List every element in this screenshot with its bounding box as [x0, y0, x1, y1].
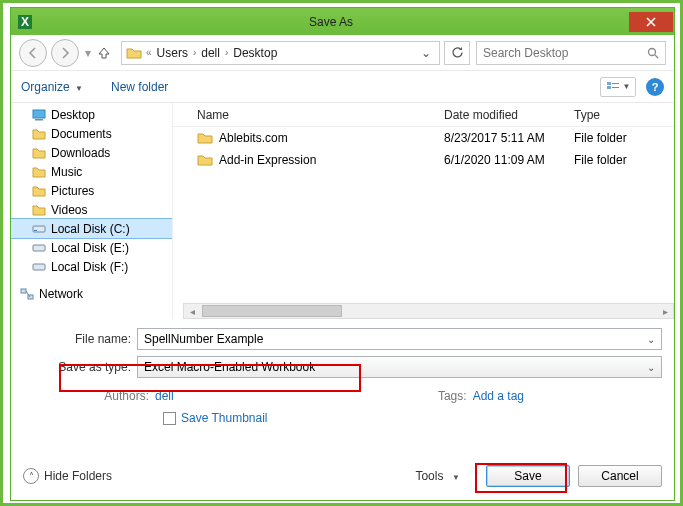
chevron-icon: › [193, 47, 196, 58]
forward-button[interactable] [51, 39, 79, 67]
refresh-button[interactable] [444, 41, 470, 65]
svg-rect-6 [612, 83, 619, 84]
search-icon [647, 47, 659, 59]
tree-item-downloads[interactable]: Downloads [11, 143, 172, 162]
svg-rect-14 [21, 289, 26, 293]
column-date[interactable]: Date modified [444, 108, 574, 122]
svg-rect-10 [33, 226, 45, 232]
cancel-button[interactable]: Cancel [578, 465, 662, 487]
svg-rect-13 [33, 264, 45, 270]
authors-value[interactable]: dell [155, 389, 174, 403]
view-options-button[interactable]: ▼ [600, 77, 636, 97]
chevron-icon: › [225, 47, 228, 58]
help-button[interactable]: ? [646, 78, 664, 96]
svg-rect-8 [33, 110, 45, 118]
savetype-label: Save as type: [29, 360, 137, 374]
breadcrumb-dell[interactable]: dell [198, 46, 223, 60]
filename-input[interactable]: SpellNumber Example ⌄ [137, 328, 662, 350]
svg-rect-11 [34, 230, 37, 231]
chevron-down-icon[interactable]: ⌄ [647, 362, 655, 373]
address-dropdown[interactable]: ⌄ [417, 46, 435, 60]
chevron-icon: « [146, 47, 152, 58]
svg-rect-9 [35, 119, 43, 121]
save-thumbnail-checkbox[interactable] [163, 412, 176, 425]
column-type[interactable]: Type [574, 108, 674, 122]
tree-item-pictures[interactable]: Pictures [11, 181, 172, 200]
chevron-down-icon: ▼ [75, 84, 83, 93]
address-bar[interactable]: « Users › dell › Desktop ⌄ [121, 41, 440, 65]
folder-icon [197, 131, 213, 145]
scroll-right-button[interactable]: ▸ [657, 304, 673, 318]
chevron-down-icon: ▼ [452, 473, 460, 482]
chevron-down-icon: ▼ [623, 82, 631, 91]
tree-item-network[interactable]: Network [11, 284, 172, 303]
save-thumbnail-label: Save Thumbnail [181, 411, 268, 425]
svg-line-3 [655, 55, 658, 58]
filename-label: File name: [29, 332, 137, 346]
list-item[interactable]: Add-in Expression 6/1/2020 11:09 AM File… [173, 149, 674, 171]
column-name[interactable]: Name [173, 108, 444, 122]
folder-icon [197, 153, 213, 167]
new-folder-button[interactable]: New folder [111, 80, 168, 94]
back-button[interactable] [19, 39, 47, 67]
footer: ˄ Hide Folders Tools ▼ Save Cancel [23, 462, 662, 490]
tree-item-local-disk-e[interactable]: Local Disk (E:) [11, 238, 172, 257]
tree-item-documents[interactable]: Documents [11, 124, 172, 143]
save-button[interactable]: Save [486, 465, 570, 487]
horizontal-scrollbar[interactable]: ◂ ▸ [183, 303, 674, 319]
folder-tree: Desktop Documents Downloads Music Pictur… [11, 103, 173, 319]
window-title: Save As [33, 15, 629, 29]
search-input[interactable] [483, 46, 647, 60]
savetype-select[interactable]: Excel Macro-Enabled Workbook ⌄ [137, 356, 662, 378]
close-button[interactable] [629, 12, 673, 32]
breadcrumb-desktop[interactable]: Desktop [230, 46, 280, 60]
tree-item-videos[interactable]: Videos [11, 200, 172, 219]
list-header[interactable]: Name Date modified Type [173, 103, 674, 127]
svg-rect-5 [607, 86, 611, 89]
tree-item-music[interactable]: Music [11, 162, 172, 181]
list-item[interactable]: Ablebits.com 8/23/2017 5:11 AM File fold… [173, 127, 674, 149]
file-list: Name Date modified Type Ablebits.com 8/2… [173, 103, 674, 319]
svg-rect-7 [612, 87, 619, 88]
tags-label: Tags: [433, 389, 473, 403]
chevron-down-icon[interactable]: ⌄ [647, 334, 655, 345]
titlebar: X Save As [11, 8, 674, 35]
hide-folders-button[interactable]: ˄ Hide Folders [23, 468, 112, 484]
breadcrumb-users[interactable]: Users [154, 46, 191, 60]
folder-icon [126, 45, 142, 61]
up-button[interactable] [97, 46, 115, 60]
tree-item-desktop[interactable]: Desktop [11, 105, 172, 124]
svg-rect-12 [33, 245, 45, 251]
chevron-up-icon: ˄ [23, 468, 39, 484]
tools-menu[interactable]: Tools ▼ [415, 469, 460, 483]
organize-menu[interactable]: Organize ▼ [21, 80, 83, 94]
app-icon: X [17, 14, 33, 30]
svg-text:X: X [21, 15, 29, 29]
tags-value[interactable]: Add a tag [473, 389, 524, 403]
scroll-left-button[interactable]: ◂ [184, 304, 200, 318]
nav-history-dropdown[interactable]: ▾ [83, 46, 93, 60]
toolbar: Organize ▼ New folder ▼ ? [11, 71, 674, 103]
tree-item-local-disk-f[interactable]: Local Disk (F:) [11, 257, 172, 276]
svg-rect-4 [607, 82, 611, 85]
svg-point-2 [649, 48, 656, 55]
navbar: ▾ « Users › dell › Desktop ⌄ [11, 35, 674, 71]
scroll-thumb[interactable] [202, 305, 342, 317]
tree-item-local-disk-c[interactable]: Local Disk (C:) [11, 219, 172, 238]
search-box[interactable] [476, 41, 666, 65]
authors-label: Authors: [55, 389, 155, 403]
